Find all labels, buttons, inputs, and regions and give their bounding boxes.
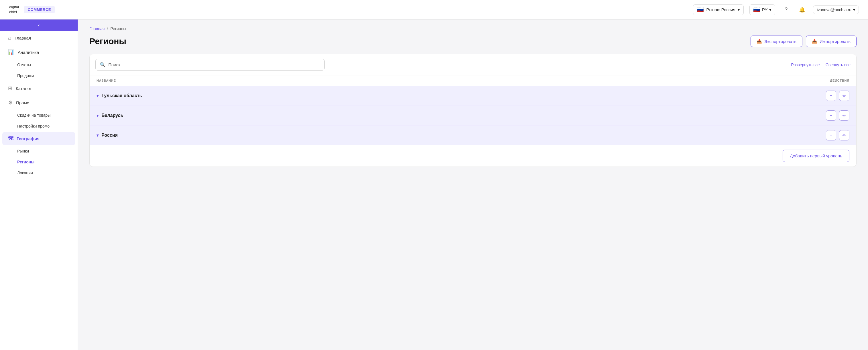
chevron-down-icon: ▾	[769, 7, 771, 12]
edit-icon: ✏	[842, 93, 846, 98]
breadcrumb-separator: /	[107, 26, 108, 31]
table-row: ▾ Тульская область + ✏	[90, 86, 856, 106]
chevron-right-icon[interactable]: ▾	[97, 93, 98, 98]
row-actions: + ✏	[826, 130, 849, 141]
regions-table-card: 🔍 Развернуть все Свернуть все НАЗВАНИЕ Д…	[89, 54, 857, 167]
add-child-button[interactable]: +	[826, 91, 836, 101]
expand-all-link[interactable]: Развернуть все	[791, 62, 819, 67]
user-menu[interactable]: ivanova@pochta.ru ▾	[813, 5, 859, 14]
plus-icon: +	[830, 133, 832, 138]
chevron-down-icon: ▾	[738, 7, 740, 12]
add-child-button[interactable]: +	[826, 110, 836, 121]
table-row: ▾ Россия + ✏	[90, 125, 856, 145]
table-header-row: НАЗВАНИЕ ДЕЙСТВИЯ	[90, 76, 856, 86]
logo: digital chief_	[9, 5, 19, 14]
row-left: ▾ Россия	[97, 133, 118, 138]
row-actions: + ✏	[826, 110, 849, 121]
breadcrumb: Главная / Регионы	[89, 26, 857, 31]
sidebar-item-geography[interactable]: 🗺 География	[2, 132, 75, 145]
sidebar-item-markets[interactable]: Рынки	[2, 146, 75, 156]
help-button[interactable]: ?	[781, 5, 791, 15]
page-header: Регионы 📥 Экспортировать 📤 Импортировать	[89, 35, 857, 47]
russia-flag-icon: 🇷🇺	[697, 6, 704, 13]
export-icon: 📥	[756, 39, 762, 44]
page-title: Регионы	[89, 36, 126, 46]
col-header-actions: ДЕЙСТВИЯ	[830, 79, 849, 82]
breadcrumb-current: Регионы	[110, 26, 126, 31]
app-wrapper: digital chief_ COMMERCE 🇷🇺 Рынок: Россия…	[0, 0, 868, 350]
plus-icon: +	[830, 113, 832, 118]
sidebar-item-sales[interactable]: Продажи	[2, 70, 75, 81]
search-input-wrap: 🔍	[95, 59, 324, 70]
notifications-button[interactable]: 🔔	[797, 5, 807, 15]
row-left: ▾ Беларусь	[97, 113, 123, 118]
body-wrapper: ‹ ⌂ Главная 📊 Аналитика Отчеты Продажи ⊞…	[0, 20, 868, 350]
import-button[interactable]: 📤 Импортировать	[806, 35, 857, 47]
edit-icon: ✏	[842, 133, 846, 138]
data-table: ▾ Тульская область + ✏	[90, 86, 856, 145]
catalog-icon: ⊞	[8, 85, 12, 91]
collapse-icon: ‹	[38, 23, 39, 28]
sidebar-item-reports[interactable]: Отчеты	[2, 60, 75, 70]
promo-icon: ⚙	[8, 99, 12, 106]
row-actions: + ✏	[826, 91, 849, 101]
search-bar: 🔍 Развернуть все Свернуть все	[90, 54, 856, 76]
main-content: Главная / Регионы Регионы 📥 Экспортирова…	[78, 20, 868, 350]
breadcrumb-home[interactable]: Главная	[89, 26, 104, 31]
edit-button[interactable]: ✏	[839, 110, 849, 121]
chevron-down-icon: ▾	[853, 7, 855, 12]
sidebar-item-localities[interactable]: Локации	[2, 168, 75, 178]
sidebar-item-regions[interactable]: Регионы	[2, 157, 75, 167]
edit-icon: ✏	[842, 113, 846, 118]
market-selector[interactable]: 🇷🇺 Рынок: Россия ▾	[693, 4, 744, 15]
sidebar-item-promo-settings[interactable]: Настройки промо	[2, 121, 75, 131]
help-icon: ?	[785, 7, 787, 12]
header-left: digital chief_ COMMERCE	[9, 5, 55, 14]
sidebar: ‹ ⌂ Главная 📊 Аналитика Отчеты Продажи ⊞…	[0, 20, 78, 350]
sidebar-item-home[interactable]: ⌂ Главная	[2, 32, 75, 45]
import-icon: 📤	[812, 39, 817, 44]
search-input[interactable]	[108, 62, 320, 67]
expand-controls: Развернуть все Свернуть все	[791, 62, 850, 67]
sidebar-collapse-button[interactable]: ‹	[0, 20, 78, 31]
export-button[interactable]: 📥 Экспортировать	[750, 35, 802, 47]
search-icon: 🔍	[100, 62, 105, 67]
home-icon: ⌂	[8, 35, 11, 41]
sidebar-item-discounts[interactable]: Скидки на товары	[2, 110, 75, 120]
geography-icon: 🗺	[8, 136, 13, 142]
collapse-all-link[interactable]: Свернуть все	[826, 62, 850, 67]
sidebar-item-promo[interactable]: ⚙ Промо	[2, 96, 75, 109]
sidebar-item-analytics[interactable]: 📊 Аналитика	[2, 46, 75, 59]
commerce-badge: COMMERCE	[24, 6, 55, 13]
col-header-name: НАЗВАНИЕ	[97, 79, 116, 82]
add-first-level-button[interactable]: Добавить первый уровень	[783, 150, 849, 162]
add-level-row: Добавить первый уровень	[90, 145, 856, 167]
row-left: ▾ Тульская область	[97, 93, 142, 98]
lang-selector[interactable]: 🇷🇺 РУ ▾	[749, 4, 775, 15]
header: digital chief_ COMMERCE 🇷🇺 Рынок: Россия…	[0, 0, 868, 20]
table-row: ▾ Беларусь + ✏	[90, 106, 856, 125]
analytics-icon: 📊	[8, 49, 14, 55]
edit-button[interactable]: ✏	[839, 130, 849, 141]
header-right: 🇷🇺 Рынок: Россия ▾ 🇷🇺 РУ ▾ ? 🔔 ivanova@p…	[693, 4, 859, 15]
add-child-button[interactable]: +	[826, 130, 836, 141]
edit-button[interactable]: ✏	[839, 91, 849, 101]
sidebar-item-catalog[interactable]: ⊞ Каталог	[2, 82, 75, 95]
chevron-right-icon[interactable]: ▾	[97, 113, 98, 118]
bell-icon: 🔔	[799, 7, 805, 13]
header-actions: 📥 Экспортировать 📤 Импортировать	[750, 35, 857, 47]
plus-icon: +	[830, 93, 832, 98]
chevron-right-icon[interactable]: ▾	[97, 133, 98, 138]
lang-flag-icon: 🇷🇺	[753, 6, 760, 13]
